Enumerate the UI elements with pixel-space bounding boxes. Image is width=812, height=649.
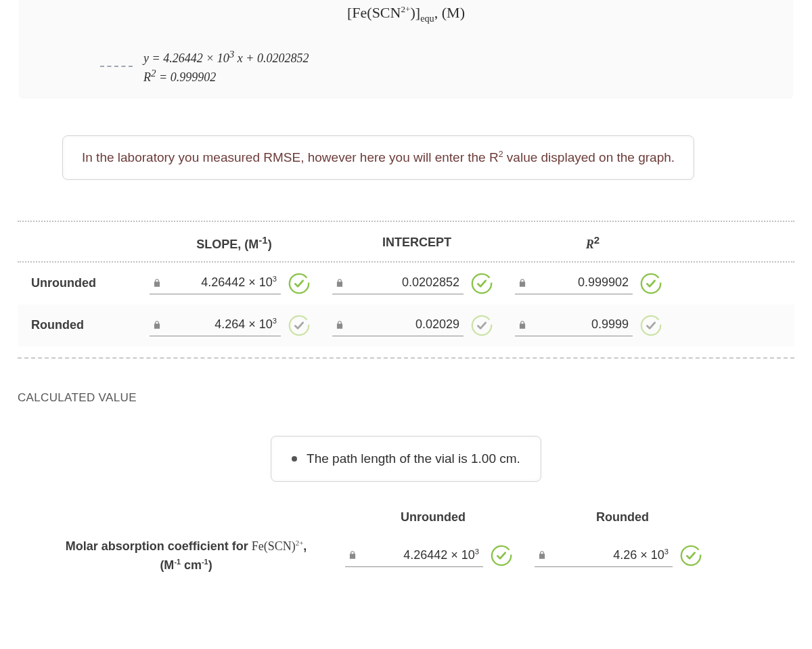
value: 0.999902	[534, 275, 629, 290]
svg-point-0	[290, 273, 309, 292]
x-axis-label: [Fe(SCN2+)]equ, (M)	[39, 4, 773, 24]
lock-icon	[518, 277, 527, 288]
cell-calc-rounded[interactable]: 4.26 × 103	[528, 544, 717, 567]
cell-rounded-intercept[interactable]: 0.02029	[325, 314, 508, 337]
check-icon	[288, 314, 311, 337]
svg-point-3	[290, 315, 309, 334]
lock-icon	[537, 549, 547, 560]
svg-point-2	[641, 273, 660, 292]
svg-point-6	[492, 546, 511, 565]
check-icon	[639, 314, 662, 337]
value: 4.264 × 103	[168, 317, 277, 332]
row-label-rounded: Rounded	[18, 318, 143, 332]
row-label-unrounded: Unrounded	[18, 276, 143, 290]
lock-icon	[348, 549, 357, 560]
calc-table: . Unrounded Rounded Molar absorption coe…	[41, 510, 771, 576]
legend-equation: y = 4.26442 × 103 x + 0.0202852	[143, 47, 309, 66]
svg-point-7	[681, 546, 700, 565]
divider	[18, 357, 794, 359]
note-path-length-text: The path length of the vial is 1.00 cm.	[307, 451, 520, 466]
cell-calc-unrounded[interactable]: 4.26442 × 103	[338, 544, 528, 567]
check-icon	[288, 272, 311, 295]
note-path-length: The path length of the vial is 1.00 cm.	[271, 436, 541, 482]
col-r2: R2	[508, 234, 677, 252]
check-icon	[470, 314, 493, 337]
legend: y = 4.26442 × 103 x + 0.0202852 R2 = 0.9…	[100, 47, 773, 86]
svg-point-5	[641, 315, 660, 334]
check-icon	[490, 544, 513, 567]
graph-panel: [Fe(SCN2+)]equ, (M) y = 4.26442 × 103 x …	[19, 0, 793, 97]
check-icon	[679, 544, 702, 567]
value: 4.26442 × 103	[364, 547, 479, 562]
value: 4.26442 × 103	[168, 275, 277, 290]
lock-icon	[518, 319, 527, 330]
lock-icon	[335, 277, 344, 288]
svg-point-4	[472, 315, 491, 334]
cell-rounded-r2[interactable]: 0.9999	[508, 314, 677, 337]
calc-row-label: Molar absorption coefficient for Fe(SCN)…	[41, 537, 338, 576]
calc-col-rounded: Rounded	[528, 510, 717, 524]
calculated-value-heading: CALCULATED VALUE	[18, 391, 812, 405]
col-slope: SLOPE, (M-1)	[143, 234, 325, 252]
row-rounded: Rounded 4.264 × 103 0.02029 0.9999	[18, 305, 794, 346]
col-intercept: INTERCEPT	[325, 236, 508, 250]
bullet-icon	[292, 456, 297, 462]
svg-point-1	[472, 273, 491, 292]
value: 0.02029	[351, 317, 459, 332]
value: 4.26 × 103	[554, 547, 669, 562]
note-r2: In the laboratory you measured RMSE, how…	[62, 135, 694, 179]
legend-r2: R2 = 0.999902	[143, 66, 309, 85]
cell-unrounded-slope[interactable]: 4.26442 × 103	[143, 272, 325, 295]
check-icon	[639, 272, 662, 295]
check-icon	[470, 272, 493, 295]
results-table: . SLOPE, (M-1) INTERCEPT R2 Unrounded 4.…	[18, 221, 794, 346]
cell-rounded-slope[interactable]: 4.264 × 103	[143, 314, 325, 337]
lock-icon	[152, 277, 162, 288]
cell-unrounded-r2[interactable]: 0.999902	[508, 272, 677, 295]
cell-unrounded-intercept[interactable]: 0.0202852	[325, 272, 508, 295]
lock-icon	[335, 319, 344, 330]
value: 0.0202852	[351, 275, 459, 290]
row-unrounded: Unrounded 4.26442 × 103 0.0202852 0.999	[18, 263, 794, 305]
lock-icon	[152, 319, 162, 330]
calc-col-unrounded: Unrounded	[338, 510, 528, 524]
value: 0.9999	[534, 317, 629, 332]
calc-row-molar-absorption: Molar absorption coefficient for Fe(SCN)…	[41, 537, 771, 576]
legend-line-marker	[100, 66, 133, 67]
